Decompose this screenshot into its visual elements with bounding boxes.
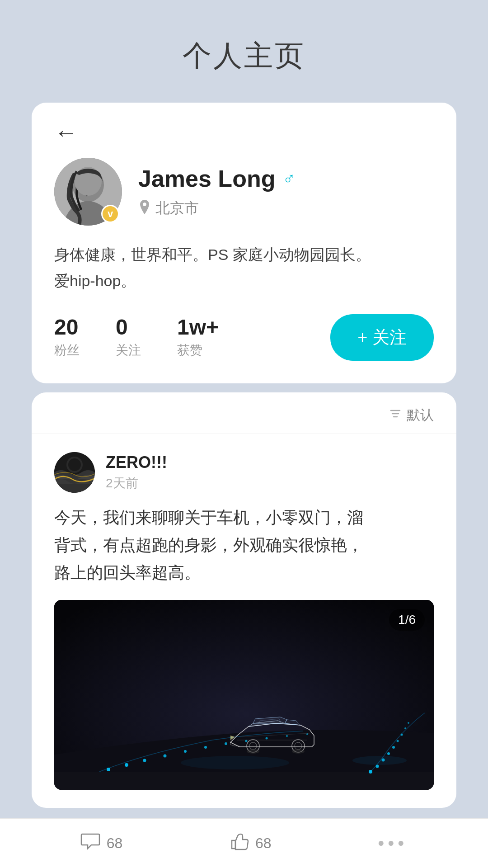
svg-point-13 [225, 742, 227, 745]
stats-row: 20 粉丝 0 关注 1w+ 获赞 + 关注 [54, 314, 434, 361]
likes-stat[interactable]: 1w+ 获赞 [177, 316, 219, 359]
likes-count: 1w+ [177, 316, 219, 340]
comment-count: 68 [107, 835, 123, 852]
svg-point-27 [181, 756, 289, 769]
following-count: 0 [116, 316, 128, 340]
follow-button[interactable]: + 关注 [330, 314, 434, 361]
svg-point-12 [204, 746, 207, 749]
profile-name-row: James Long ♂ [138, 165, 434, 192]
post-image[interactable]: 1/6 [54, 600, 434, 790]
following-stat[interactable]: 0 关注 [116, 316, 141, 359]
sort-icon [389, 407, 402, 424]
svg-point-16 [286, 735, 288, 737]
verified-badge: v [101, 205, 119, 223]
location-text: 北京市 [155, 198, 199, 218]
post-content-line1: 今天，我们来聊聊关于车机，小零双门，溜 [54, 504, 434, 531]
post-author-row: ZERO!!! 2天前 [54, 452, 434, 493]
like-button[interactable]: 68 [229, 832, 272, 855]
svg-point-5 [68, 458, 81, 471]
svg-point-19 [376, 765, 379, 768]
profile-card: ← v James Long [32, 103, 456, 383]
svg-point-15 [266, 737, 268, 740]
more-button[interactable]: ••• [378, 833, 408, 854]
gender-icon: ♂ [282, 169, 296, 189]
profile-location: 北京市 [138, 198, 434, 218]
svg-point-23 [397, 740, 399, 742]
location-pin-icon [138, 200, 151, 217]
svg-point-8 [125, 763, 128, 767]
svg-point-25 [404, 727, 406, 729]
comment-button[interactable]: 68 [80, 832, 123, 855]
page-title: 个人主页 [183, 36, 305, 75]
post-author-name: ZERO!!! [106, 453, 434, 472]
svg-point-10 [164, 755, 167, 758]
likes-label: 获赞 [177, 342, 202, 359]
feed-sort-button[interactable]: 默认 [389, 406, 434, 425]
comment-icon [80, 832, 100, 855]
svg-point-7 [107, 768, 110, 771]
post-avatar[interactable] [54, 452, 95, 493]
fans-stat[interactable]: 20 粉丝 [54, 316, 80, 359]
profile-name: James Long [138, 165, 275, 192]
post-item: ZERO!!! 2天前 今天，我们来聊聊关于车机，小零双门，溜 背式，有点超跑的… [32, 434, 456, 808]
svg-point-9 [143, 759, 146, 762]
like-icon [229, 832, 249, 855]
fans-label: 粉丝 [54, 342, 80, 359]
feed-card: 默认 [32, 392, 456, 808]
car-road-scene [54, 600, 434, 790]
svg-point-24 [401, 734, 403, 736]
svg-point-22 [392, 746, 395, 749]
svg-point-33 [247, 749, 259, 754]
feed-header: 默认 [32, 392, 456, 434]
post-content-line2: 背式，有点超跑的身影，外观确实很惊艳， [54, 531, 434, 559]
svg-point-26 [408, 722, 409, 724]
profile-info: James Long ♂ 北京市 [138, 165, 434, 218]
following-label: 关注 [116, 342, 141, 359]
post-content-line3: 路上的回头率超高。 [54, 559, 434, 586]
more-icon: ••• [378, 833, 408, 854]
post-time: 2天前 [106, 475, 434, 492]
svg-point-11 [184, 750, 187, 753]
profile-header: v James Long ♂ 北京市 [54, 158, 434, 226]
svg-point-28 [352, 756, 407, 765]
avatar-wrapper: v [54, 158, 122, 226]
post-content: 今天，我们来聊聊关于车机，小零双门，溜 背式，有点超跑的身影，外观确实很惊艳， … [54, 504, 434, 587]
fans-count: 20 [54, 316, 78, 340]
post-author-info: ZERO!!! 2天前 [106, 453, 434, 492]
svg-point-21 [387, 752, 390, 755]
profile-bio: 身体健康，世界和平。PS 家庭小动物园园长。 爱hip-hop。 [54, 242, 434, 294]
back-button[interactable]: ← [54, 121, 78, 144]
svg-point-34 [292, 749, 305, 754]
bottom-bar: 68 68 ••• [0, 818, 488, 868]
image-counter: 1/6 [389, 609, 425, 631]
like-count: 68 [255, 835, 272, 852]
sort-label: 默认 [407, 406, 434, 425]
bio-line2: 爱hip-hop。 [54, 268, 434, 294]
svg-point-18 [369, 770, 372, 774]
bio-line1: 身体健康，世界和平。PS 家庭小动物园园长。 [54, 242, 434, 268]
